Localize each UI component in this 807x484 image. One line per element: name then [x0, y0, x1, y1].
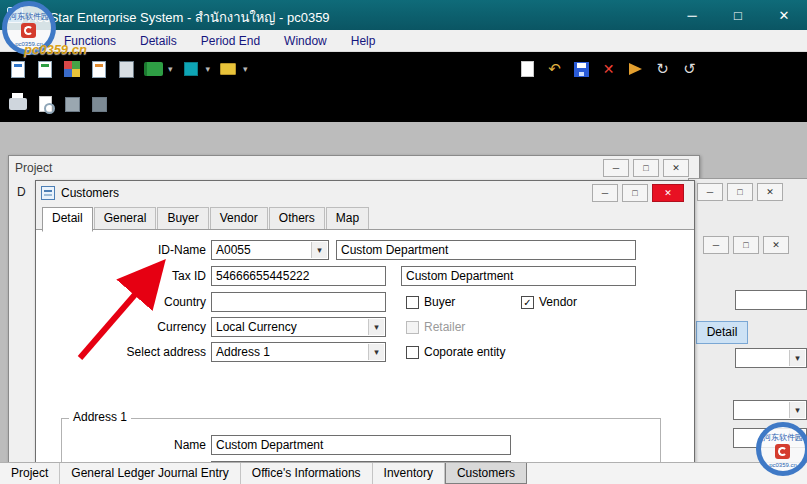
print-preview-icon[interactable]: [33, 91, 57, 117]
background-text-input[interactable]: [735, 290, 807, 310]
send-file-icon[interactable]: [87, 91, 111, 117]
data-grid-icon[interactable]: [60, 56, 84, 82]
tax-id-field[interactable]: 54666655445222: [211, 266, 386, 286]
tab-buyer[interactable]: Buyer: [157, 207, 208, 229]
retailer-checkbox-label: Retailer: [424, 320, 465, 334]
menu-help[interactable]: Help: [339, 30, 388, 52]
save-icon[interactable]: [570, 56, 594, 82]
mdi-task-tabbar: Project General Ledger Journal Entry Off…: [0, 462, 807, 484]
background-detail-button[interactable]: Detail: [696, 321, 748, 344]
tax-id-value: 54666655445222: [216, 269, 309, 283]
id-name-code: A0055: [216, 243, 251, 257]
calculator-icon[interactable]: [114, 56, 138, 82]
refresh-icon[interactable]: ↻: [651, 56, 675, 82]
form-icon: [41, 186, 55, 200]
background-combo[interactable]: ▾: [733, 400, 807, 420]
tax-id-name-field[interactable]: Custom Department: [401, 266, 636, 286]
project-titlebar: Project ─ □ ✕: [9, 156, 699, 180]
close-icon: ✕: [664, 188, 672, 198]
chevron-down-icon[interactable]: ▾: [368, 319, 384, 335]
background-combo[interactable]: ▾: [733, 428, 807, 448]
select-address-combo[interactable]: Address 1 ▾: [211, 342, 386, 362]
chevron-down-icon[interactable]: ▾: [368, 344, 384, 360]
name-label: Name: [36, 435, 206, 455]
menu-details[interactable]: Details: [128, 30, 189, 52]
orange-document-icon[interactable]: [87, 56, 111, 82]
id-name-combo[interactable]: A0055 ▾: [211, 240, 329, 260]
close-icon: ✕: [779, 8, 790, 23]
window-title: AccStar Enterprise System - สำนักงานใหญ่…: [28, 7, 330, 28]
reload-icon[interactable]: ↺: [678, 56, 702, 82]
chevron-down-icon[interactable]: ▾: [789, 430, 805, 446]
chevron-down-icon[interactable]: ▾: [789, 350, 805, 366]
minimize-button[interactable]: ─: [592, 184, 618, 202]
background-combo[interactable]: ▾: [735, 348, 807, 368]
tab-map[interactable]: Map: [326, 207, 369, 229]
delete-icon[interactable]: ✕: [597, 56, 621, 82]
menu-functions[interactable]: Functions: [52, 30, 128, 52]
menu-period-end[interactable]: Period End: [189, 30, 272, 52]
currency-combo[interactable]: Local Currency ▾: [211, 317, 386, 337]
maximize-button[interactable]: □: [715, 0, 761, 30]
dropdown-icon[interactable]: ▾: [243, 64, 248, 74]
close-button[interactable]: ✕: [663, 159, 689, 177]
close-icon: ✕: [772, 240, 780, 250]
tax-id-label: Tax ID: [36, 266, 206, 286]
maximize-button[interactable]: □: [727, 183, 753, 201]
project-partial-tab-label: D: [17, 185, 26, 199]
maximize-icon: □: [643, 163, 648, 173]
open-document-icon[interactable]: [33, 56, 57, 82]
print-icon[interactable]: [6, 91, 30, 117]
close-button[interactable]: ✕: [761, 0, 807, 30]
id-name-field[interactable]: Custom Department: [336, 240, 636, 260]
maximize-button[interactable]: □: [622, 184, 648, 202]
name-value: Custom Department: [216, 438, 323, 452]
dropdown-icon[interactable]: ▾: [168, 64, 173, 74]
select-address-row: Select address Address 1 ▾ Coporate enti…: [36, 342, 694, 362]
export-file-icon[interactable]: [60, 91, 84, 117]
address-groupbox-legend: Address 1: [69, 410, 131, 424]
country-label: Country: [36, 292, 206, 312]
id-name-row: ID-Name A0055 ▾ Custom Department: [36, 240, 694, 260]
customers-window: Customers ─ □ ✕ Detail General Buyer Ven…: [35, 180, 695, 462]
tax-id-name-value: Custom Department: [406, 269, 513, 283]
vendor-checkbox[interactable]: ✓: [521, 296, 534, 309]
menu-window[interactable]: Window: [272, 30, 339, 52]
task-tab-project[interactable]: Project: [0, 463, 60, 484]
task-tab-office-informations[interactable]: Office's Informations: [241, 463, 373, 484]
close-button[interactable]: ✕: [757, 183, 783, 201]
task-tab-inventory[interactable]: Inventory: [373, 463, 445, 484]
currency-label: Currency: [36, 317, 206, 337]
minimize-icon: ─: [613, 163, 619, 173]
close-button[interactable]: ✕: [763, 236, 789, 254]
name-field[interactable]: Custom Department: [211, 435, 511, 455]
country-field[interactable]: [211, 292, 386, 312]
minimize-button[interactable]: ─: [703, 236, 729, 254]
tab-detail[interactable]: Detail: [42, 207, 93, 232]
chevron-down-icon[interactable]: ▾: [311, 242, 327, 258]
close-button[interactable]: ✕: [652, 184, 684, 202]
dropdown-icon[interactable]: ▾: [206, 64, 211, 74]
task-tab-general-ledger[interactable]: General Ledger Journal Entry: [60, 463, 240, 484]
tab-others[interactable]: Others: [269, 207, 325, 229]
bookmark-flag-icon[interactable]: [624, 56, 648, 82]
minimize-button[interactable]: ─: [603, 159, 629, 177]
corporate-entity-checkbox[interactable]: [406, 346, 419, 359]
buyer-checkbox[interactable]: [406, 296, 419, 309]
id-name-value: Custom Department: [341, 243, 448, 257]
new-document-icon[interactable]: [6, 56, 30, 82]
minimize-button[interactable]: ─: [697, 183, 723, 201]
task-tab-customers[interactable]: Customers: [445, 463, 527, 484]
chevron-down-icon[interactable]: ▾: [789, 402, 805, 418]
tab-vendor[interactable]: Vendor: [210, 207, 268, 229]
ledger-book-icon[interactable]: [141, 56, 165, 82]
maximize-button[interactable]: □: [733, 236, 759, 254]
undo-icon[interactable]: ↶: [543, 56, 567, 82]
inventory-cube-icon[interactable]: [179, 56, 203, 82]
minimize-button[interactable]: ─: [669, 0, 715, 30]
folder-lookup-icon[interactable]: [216, 56, 240, 82]
new-record-icon[interactable]: [516, 56, 540, 82]
retailer-checkbox-group: Retailer: [406, 319, 465, 335]
tab-general[interactable]: General: [94, 207, 157, 229]
maximize-button[interactable]: □: [633, 159, 659, 177]
